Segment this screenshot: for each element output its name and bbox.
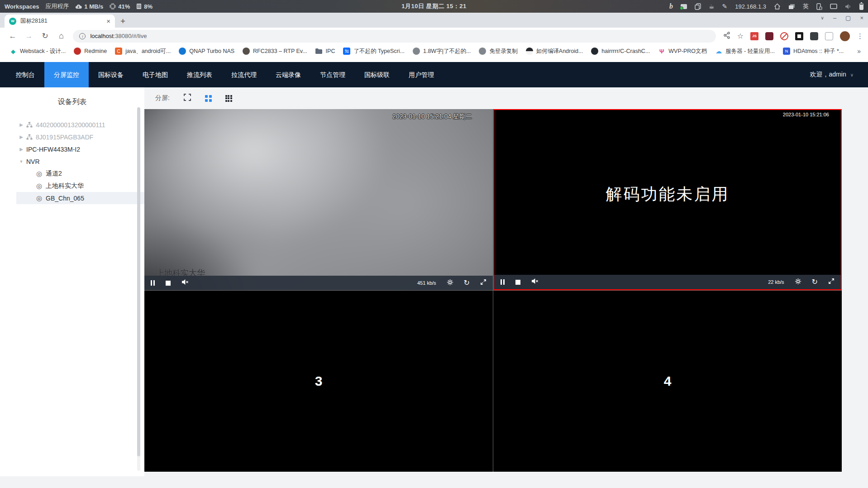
- nav-item-gb-devices[interactable]: 国标设备: [89, 62, 133, 87]
- nav-item-split-screen[interactable]: 分屏监控: [44, 62, 89, 87]
- profile-avatar[interactable]: [840, 31, 850, 41]
- video-cell-3[interactable]: 3: [144, 291, 493, 472]
- stop-icon[interactable]: [515, 280, 520, 285]
- nav-item-push-list[interactable]: 推流列表: [177, 62, 222, 87]
- nav-item-cloud-record[interactable]: 云端录像: [266, 62, 310, 87]
- tree-item-platform-2[interactable]: ▶ 8J01915PAGB3ADF: [0, 131, 144, 143]
- nav-item-pull-proxy[interactable]: 拉流代理: [222, 62, 266, 87]
- extension-outline-icon[interactable]: [825, 32, 833, 40]
- home-button[interactable]: ⌂: [56, 31, 67, 41]
- bookmark-rfc[interactable]: RFC2833 – RTP Ev...: [238, 46, 311, 56]
- tree-item-ipc[interactable]: ▶ IPC-HFW4433M-I2: [0, 143, 144, 155]
- bookmark-qnap[interactable]: QNAP Turbo NAS: [175, 46, 238, 56]
- tree-item-nvr[interactable]: ▼ NVR: [0, 155, 144, 167]
- bookmark-article[interactable]: 1.8W字|了不起的...: [409, 46, 475, 57]
- bookmarks-overflow-chevron[interactable]: »: [857, 48, 868, 55]
- bookmark-webstack[interactable]: ◆ Webstack - 设计...: [5, 46, 70, 57]
- bookmark-hdatmos[interactable]: N HDAtmos :: 种子 *...: [779, 46, 848, 57]
- nav-item-user-manage[interactable]: 用户管理: [399, 62, 444, 87]
- refresh-icon[interactable]: ↻: [464, 279, 470, 287]
- bookmark-zhihu-ts[interactable]: 知 了不起的 TypeScri...: [339, 46, 409, 57]
- video-cell-1[interactable]: 2023-01-10 15:21:04 星期二 上地科实大华 451 kb/s: [144, 109, 493, 290]
- tab-close-icon[interactable]: ×: [106, 18, 110, 24]
- bookmark-redmine[interactable]: Redmine: [70, 46, 111, 56]
- refresh-icon[interactable]: ↻: [812, 278, 818, 286]
- workspaces-button[interactable]: Workspaces: [5, 3, 39, 10]
- bookmark-copy-free[interactable]: 免登录复制: [475, 46, 522, 57]
- video-cell-4[interactable]: 4: [493, 291, 842, 472]
- clipboard-tray-icon[interactable]: [695, 3, 701, 10]
- memory-usage-indicator[interactable]: 8%: [136, 3, 153, 10]
- pen-tool-tray-icon[interactable]: ✎: [722, 3, 728, 10]
- screenshot-tray-icon[interactable]: [681, 4, 687, 9]
- network-speed-indicator[interactable]: 1 MB/s: [75, 3, 103, 10]
- bookmark-csdn[interactable]: C java、android可...: [111, 46, 175, 57]
- volume-tray-icon[interactable]: [845, 4, 852, 10]
- bookmark-wvp-doc[interactable]: Ψ WVP-PRO文档: [654, 46, 711, 57]
- reload-button[interactable]: ↻: [40, 31, 51, 41]
- fullscreen-icon[interactable]: [828, 278, 835, 286]
- video-cell-2[interactable]: 2023-01-10 15:21:06 解码功能未启用 22 kb/s: [493, 109, 842, 290]
- pause-icon[interactable]: [501, 279, 505, 285]
- sidebar-scrollbar[interactable]: [137, 107, 140, 471]
- window-restore-button[interactable]: ▢: [845, 15, 851, 21]
- tree-item-gb-chn-065[interactable]: ◎ GB_Chn_065: [0, 192, 144, 204]
- fullscreen-icon[interactable]: [480, 279, 486, 287]
- volume-muted-icon[interactable]: [531, 278, 539, 286]
- nine-screen-icon[interactable]: [225, 95, 232, 102]
- windows-stack-tray-icon[interactable]: [788, 4, 795, 10]
- four-screen-icon[interactable]: [205, 95, 212, 102]
- settings-gear-icon[interactable]: [447, 279, 453, 287]
- ip-address-indicator[interactable]: 192.168.1.3: [735, 3, 766, 10]
- extension-js-icon[interactable]: JS: [750, 32, 758, 40]
- bitrate-label: 22 kb/s: [768, 279, 784, 285]
- bookmark-android-build[interactable]: 如何编译Android...: [522, 46, 587, 57]
- extension-wine-icon[interactable]: [765, 32, 773, 40]
- back-button[interactable]: ←: [7, 32, 18, 41]
- user-menu[interactable]: 欢迎，admin ∨: [810, 71, 868, 79]
- battery-tray-icon[interactable]: [859, 3, 863, 10]
- settings-gear-icon[interactable]: [795, 278, 801, 287]
- cpu-usage-indicator[interactable]: 41%: [110, 3, 130, 10]
- share-icon[interactable]: [723, 32, 730, 41]
- window-minimize-button[interactable]: –: [833, 15, 836, 21]
- caret-right-icon[interactable]: ▶: [16, 147, 26, 152]
- input-method-indicator[interactable]: 英: [803, 2, 809, 10]
- tree-item-channel2[interactable]: ◎ 通道2: [0, 167, 144, 180]
- volume-muted-icon[interactable]: [181, 279, 189, 287]
- home-tray-icon[interactable]: [774, 3, 781, 10]
- bookmark-star-icon[interactable]: ☆: [737, 32, 744, 40]
- applications-menu[interactable]: 应用程序: [45, 2, 69, 10]
- extension-adblock-icon[interactable]: [780, 32, 788, 40]
- new-tab-button[interactable]: +: [120, 17, 125, 25]
- browser-tab[interactable]: W 国标28181 ×: [5, 14, 115, 28]
- forward-button[interactable]: →: [24, 32, 34, 41]
- tab-search-chevron-icon[interactable]: ∨: [821, 16, 824, 20]
- window-close-button[interactable]: ×: [860, 15, 863, 21]
- pause-icon[interactable]: [151, 280, 155, 286]
- nav-item-node-manage[interactable]: 节点管理: [310, 62, 355, 87]
- browser-menu-icon[interactable]: ⋮: [857, 32, 863, 40]
- address-bar[interactable]: i localhost :38080/#/live: [73, 30, 715, 43]
- tree-item-shangdi[interactable]: ◎ 上地科实大华: [0, 180, 144, 192]
- single-screen-icon[interactable]: [183, 93, 191, 103]
- extension-qr-icon[interactable]: [795, 32, 803, 40]
- stop-icon[interactable]: [166, 281, 171, 286]
- nav-item-gb-cascade[interactable]: 国标级联: [355, 62, 399, 87]
- bookmark-folder-ipc[interactable]: IPC: [311, 46, 339, 56]
- caret-right-icon[interactable]: ▶: [16, 134, 26, 139]
- nav-item-console[interactable]: 控制台: [6, 62, 44, 87]
- bing-tray-icon[interactable]: b: [669, 2, 673, 10]
- phone-link-tray-icon[interactable]: [816, 3, 822, 10]
- tree-item-platform-1[interactable]: ▶ 44020000013200000111: [0, 119, 144, 131]
- caret-right-icon[interactable]: ▶: [16, 122, 26, 127]
- bookmark-server[interactable]: ☁ 服务器 - 轻量应用...: [711, 46, 779, 57]
- clock[interactable]: 1月10日 星期二 15：21: [401, 2, 466, 10]
- coffee-tray-icon[interactable]: ☕: [709, 3, 715, 10]
- site-info-icon[interactable]: i: [79, 33, 86, 39]
- bookmark-github[interactable]: hairrrrr/C-CrashC...: [587, 46, 654, 56]
- extension-puzzle-icon[interactable]: [810, 32, 818, 40]
- display-tray-icon[interactable]: [830, 4, 837, 10]
- caret-down-icon[interactable]: ▼: [16, 159, 26, 164]
- nav-item-map[interactable]: 电子地图: [133, 62, 177, 87]
